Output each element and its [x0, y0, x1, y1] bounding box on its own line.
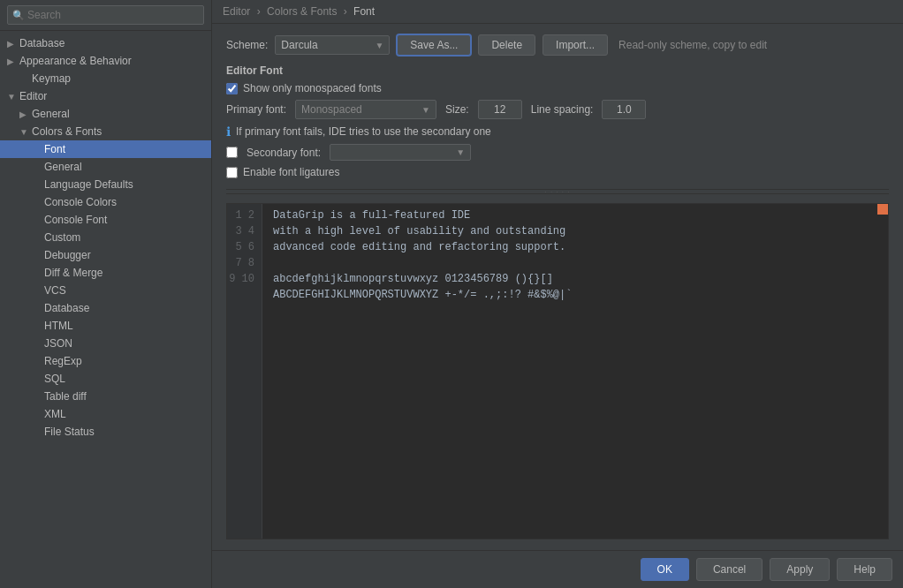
sidebar-item-database2[interactable]: Database — [0, 299, 211, 317]
sidebar-item-xml[interactable]: XML — [0, 405, 211, 423]
cancel-button[interactable]: Cancel — [696, 558, 763, 581]
sidebar-item-appearance[interactable]: ▶Appearance & Behavior — [0, 52, 211, 70]
sidebar-item-label: General — [32, 108, 70, 120]
secondary-font-checkbox[interactable] — [226, 147, 238, 158]
apply-button[interactable]: Apply — [770, 558, 830, 581]
search-bar: 🔍 — [0, 0, 211, 31]
show-monospaced-label: Show only monospaced fonts — [243, 82, 382, 94]
sidebar-item-custom[interactable]: Custom — [0, 229, 211, 246]
bottom-bar: OK Cancel Apply Help — [212, 550, 903, 588]
breadcrumb-colors-fonts: Colors & Fonts — [267, 5, 337, 18]
scheme-select[interactable]: Darcula ▼ — [275, 35, 390, 55]
sidebar-item-database[interactable]: ▶Database — [0, 34, 211, 52]
import-button[interactable]: Import... — [543, 34, 608, 56]
show-monospaced-checkbox[interactable] — [226, 83, 238, 94]
sidebar-item-language-defaults[interactable]: Language Defaults — [0, 176, 211, 193]
sidebar-item-html[interactable]: HTML — [0, 317, 211, 335]
sidebar-item-label: JSON — [44, 337, 72, 350]
breadcrumb-font: Font — [353, 5, 375, 18]
ligatures-label: Enable font ligatures — [243, 166, 339, 178]
sidebar-item-colors-fonts[interactable]: ▼Colors & Fonts — [0, 123, 211, 140]
settings-content: Scheme: Darcula ▼ Save As... Delete Impo… — [212, 24, 903, 550]
primary-font-label: Primary font: — [226, 103, 286, 116]
sidebar-item-editor[interactable]: ▼Editor — [0, 87, 211, 105]
sidebar-item-general[interactable]: ▶General — [0, 105, 211, 123]
sidebar-item-vcs[interactable]: VCS — [0, 282, 211, 299]
scheme-row: Scheme: Darcula ▼ Save As... Delete Impo… — [226, 34, 889, 56]
sidebar-item-json[interactable]: JSON — [0, 335, 211, 352]
size-input[interactable] — [478, 100, 522, 119]
sidebar-item-label: Keymap — [32, 72, 71, 85]
sidebar-item-label: File Status — [44, 426, 95, 438]
delete-button[interactable]: Delete — [478, 34, 535, 56]
breadcrumb-editor: Editor — [223, 5, 250, 18]
preview-code: DataGrip is a full-featured IDE with a h… — [262, 204, 888, 539]
resize-handle[interactable]: · · · · · — [226, 189, 889, 194]
size-label: Size: — [445, 103, 469, 116]
search-wrap: 🔍 — [7, 5, 204, 25]
primary-font-select[interactable]: Monospaced ▼ — [295, 100, 436, 119]
sidebar-item-font[interactable]: Font — [0, 140, 211, 158]
resize-dots: · · · · · — [544, 188, 570, 196]
sidebar-item-debugger[interactable]: Debugger — [0, 246, 211, 264]
save-as-button[interactable]: Save As... — [397, 34, 471, 56]
ligatures-checkbox[interactable] — [226, 167, 238, 178]
sidebar-item-label: Font — [44, 143, 65, 155]
show-monospaced-row: Show only monospaced fonts — [226, 80, 889, 96]
scheme-value: Darcula — [281, 39, 317, 51]
sidebar-item-label: RegExp — [44, 355, 82, 367]
sidebar-item-label: VCS — [44, 284, 66, 297]
ligatures-row: Enable font ligatures — [226, 164, 889, 180]
sidebar-item-label: SQL — [44, 373, 65, 385]
editor-font-title: Editor Font — [226, 64, 889, 77]
collapse-arrow-icon: ▶ — [7, 39, 18, 49]
sidebar-item-label: Debugger — [44, 249, 91, 261]
sidebar-item-label: Console Font — [44, 214, 107, 226]
help-button[interactable]: Help — [837, 558, 892, 581]
line-spacing-input[interactable] — [602, 100, 646, 119]
collapse-arrow-icon: ▼ — [7, 92, 18, 102]
search-input[interactable] — [7, 5, 204, 25]
sidebar-item-label: Appearance & Behavior — [19, 55, 132, 67]
sidebar-item-regexp[interactable]: RegExp — [0, 352, 211, 370]
chevron-down-icon: ▼ — [375, 41, 383, 50]
app-container: 🔍 ▶Database▶Appearance & BehaviorKeymap▼… — [0, 0, 903, 588]
line-spacing-label: Line spacing: — [531, 103, 594, 116]
search-icon: 🔍 — [12, 10, 25, 21]
sidebar-item-label: General — [44, 161, 82, 173]
sidebar-item-table-diff[interactable]: Table diff — [0, 388, 211, 405]
sidebar-item-label: Console Colors — [44, 196, 117, 208]
orange-mark — [877, 204, 888, 215]
editor-font-section: Editor Font Show only monospaced fonts P… — [226, 64, 889, 180]
sidebar-item-label: Language Defaults — [44, 178, 133, 191]
tree-area: ▶Database▶Appearance & BehaviorKeymap▼Ed… — [0, 31, 211, 588]
secondary-font-arrow-icon: ▼ — [456, 147, 465, 157]
info-icon: ℹ — [226, 124, 231, 139]
sidebar-item-label: Table diff — [44, 390, 87, 403]
sidebar-item-general2[interactable]: General — [0, 158, 211, 176]
sidebar-item-label: Colors & Fonts — [32, 125, 102, 138]
sidebar-item-console-colors[interactable]: Console Colors — [0, 193, 211, 211]
scheme-label: Scheme: — [226, 39, 268, 51]
collapse-arrow-icon: ▶ — [19, 109, 30, 119]
sidebar-item-keymap[interactable]: Keymap — [0, 70, 211, 87]
secondary-font-label: Secondary font: — [247, 147, 321, 159]
sidebar-item-label: Editor — [19, 90, 47, 102]
secondary-font-select[interactable]: ▼ — [330, 144, 471, 161]
collapse-arrow-icon: ▼ — [19, 127, 30, 137]
sidebar-item-label: Diff & Merge — [44, 267, 102, 279]
sidebar-item-file-status[interactable]: File Status — [0, 423, 211, 441]
preview-container: 1 2 3 4 5 6 7 8 9 10 DataGrip is a full-… — [226, 203, 889, 539]
sidebar-item-console-font[interactable]: Console Font — [0, 211, 211, 229]
sidebar-item-diff-merge[interactable]: Diff & Merge — [0, 264, 211, 282]
sidebar-item-label: Custom — [44, 231, 80, 244]
sidebar: 🔍 ▶Database▶Appearance & BehaviorKeymap▼… — [0, 0, 212, 588]
info-text: If primary font fails, IDE tries to use … — [236, 125, 491, 138]
breadcrumb-sep2: › — [344, 5, 350, 18]
sidebar-item-label: Database — [44, 302, 89, 314]
collapse-arrow-icon: ▶ — [7, 57, 18, 66]
sidebar-item-label: HTML — [44, 320, 73, 332]
ok-button[interactable]: OK — [641, 558, 689, 581]
sidebar-item-sql[interactable]: SQL — [0, 370, 211, 388]
content-area: Editor › Colors & Fonts › Font Scheme: D… — [212, 0, 903, 588]
